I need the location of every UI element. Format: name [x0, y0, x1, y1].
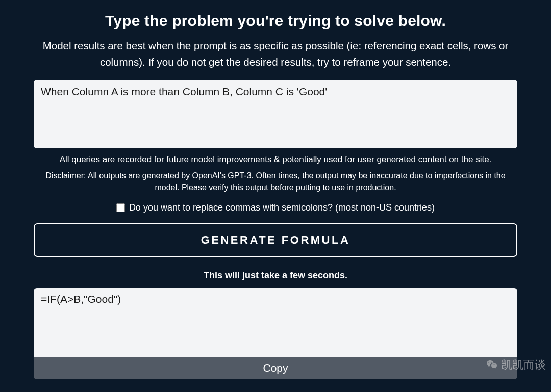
semicolon-checkbox[interactable]	[116, 203, 125, 212]
problem-input[interactable]	[34, 80, 517, 148]
generate-button[interactable]: GENERATE FORMULA	[34, 223, 517, 257]
wechat-icon	[486, 359, 498, 371]
copy-button[interactable]: Copy	[34, 357, 517, 379]
semicolon-checkbox-row: Do you want to replace commas with semic…	[116, 202, 435, 213]
formula-output[interactable]: =IF(A>B,"Good")	[34, 288, 517, 357]
page-subtitle: Model results are best when the prompt i…	[34, 38, 517, 70]
watermark-text: 凯凯而谈	[501, 357, 546, 373]
semicolon-checkbox-label: Do you want to replace commas with semic…	[129, 202, 435, 213]
recording-note: All queries are recorded for future mode…	[60, 154, 492, 165]
disclaimer-note: Disclaimer: All outputs are generated by…	[34, 170, 517, 193]
wait-text: This will just take a few seconds.	[204, 270, 347, 281]
main-container: Type the problem you're trying to solve …	[0, 0, 551, 379]
page-title: Type the problem you're trying to solve …	[105, 12, 446, 30]
watermark: 凯凯而谈	[486, 357, 546, 373]
output-wrapper: =IF(A>B,"Good") Copy	[34, 288, 517, 379]
